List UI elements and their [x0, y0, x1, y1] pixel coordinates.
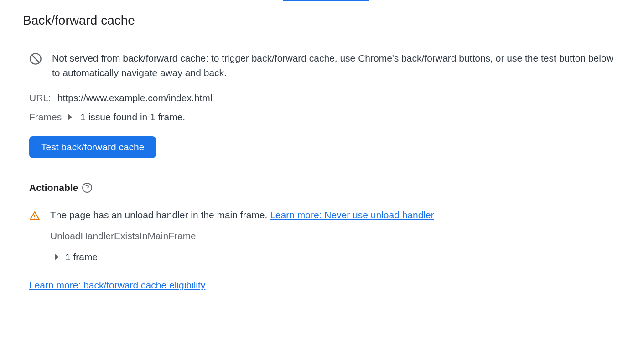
status-message: Not served from back/forward cache: to t…	[52, 51, 621, 80]
chevron-right-icon[interactable]	[68, 114, 72, 120]
page-title: Back/forward cache	[23, 13, 621, 28]
panel-header: Back/forward cache	[0, 0, 644, 39]
frames-row[interactable]: Frames 1 issue found in 1 frame.	[29, 112, 621, 123]
issue-message: The page has an unload handler in the ma…	[50, 210, 267, 220]
main-section: Not served from back/forward cache: to t…	[0, 39, 644, 170]
issue-frame-count: 1 frame	[65, 252, 98, 262]
actionable-heading-row: Actionable	[29, 182, 621, 193]
learn-more-unload-link[interactable]: Learn more: Never use unload handler	[270, 210, 434, 220]
url-label: URL:	[29, 92, 51, 103]
issue-reason-code: UnloadHandlerExistsInMainFrame	[50, 231, 621, 241]
frames-label: Frames	[29, 112, 62, 123]
svg-point-3	[87, 190, 88, 190]
learn-more-eligibility-link[interactable]: Learn more: back/forward cache eligibili…	[29, 280, 205, 290]
panel-top-border	[0, 0, 644, 0]
eligibility-link-row: Learn more: back/forward cache eligibili…	[29, 280, 621, 291]
svg-point-2	[83, 183, 92, 192]
status-row: Not served from back/forward cache: to t…	[29, 51, 621, 80]
issue-body: The page has an unload handler in the ma…	[50, 210, 621, 262]
frames-summary: 1 issue found in 1 frame.	[80, 112, 185, 123]
help-icon[interactable]	[82, 182, 93, 193]
actionable-section: Actionable The page has an unload handle…	[0, 170, 644, 303]
warning-icon	[29, 211, 40, 221]
issue-text-row: The page has an unload handler in the ma…	[50, 210, 621, 221]
active-tab-indicator	[283, 0, 369, 1]
svg-point-5	[34, 218, 35, 219]
url-row: URL: https://www.example.com/index.html	[29, 92, 621, 103]
svg-line-1	[32, 55, 39, 62]
url-value: https://www.example.com/index.html	[57, 92, 213, 103]
issue-frame-row[interactable]: 1 frame	[55, 252, 621, 262]
chevron-right-icon[interactable]	[55, 254, 59, 260]
actionable-issue: The page has an unload handler in the ma…	[29, 210, 621, 262]
actionable-heading: Actionable	[29, 182, 78, 193]
prohibited-icon	[29, 52, 42, 65]
test-bfcache-button[interactable]: Test back/forward cache	[29, 136, 156, 158]
